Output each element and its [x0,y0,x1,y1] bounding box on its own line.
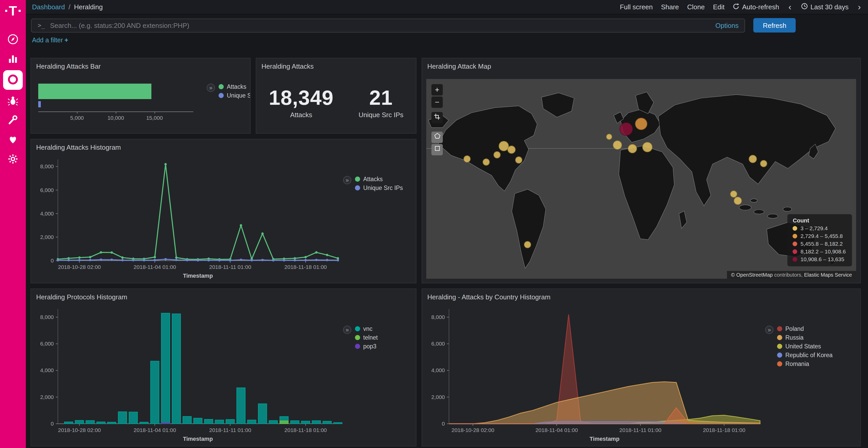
legend-item[interactable]: United States [777,343,833,349]
svg-text:2018-11-11 01:00: 2018-11-11 01:00 [209,264,251,270]
map-marker[interactable] [524,241,531,248]
sidebar-item-bug[interactable] [3,92,23,109]
bug-icon [7,94,19,107]
legend-label: pop3 [363,343,376,349]
zoom-out-button[interactable]: − [431,97,443,108]
legend-dot [219,93,224,98]
refresh-button[interactable]: Refresh [753,18,796,33]
svg-text:2018-10-28 02:00: 2018-10-28 02:00 [452,427,494,433]
legend-label: Poland [785,326,804,332]
zoom-in-button[interactable]: + [431,84,443,96]
map-marker[interactable] [760,160,767,168]
auto-refresh-label: Auto-refresh [742,3,779,11]
legend-item[interactable]: Republic of Korea [777,352,833,358]
svg-text:2018-11-04 01:00: 2018-11-04 01:00 [133,427,176,433]
svg-text:8,000: 8,000 [40,314,54,320]
draw-polygon-button[interactable] [431,132,443,143]
legend-label: Russia [785,335,803,341]
legend-toggle[interactable]: » [765,326,773,334]
sidebar-item-visualize[interactable] [3,50,23,68]
ems-attribution[interactable]: Elastic Maps Service [804,272,852,278]
breadcrumb: Dashboard / Heralding [32,3,103,11]
query-options-link[interactable]: Options [715,22,739,29]
legend-toggle[interactable]: » [343,176,351,184]
legend-label: Attacks [227,83,246,90]
legend-item[interactable]: Attacks [219,83,251,90]
legend-item[interactable]: telnet [355,335,378,341]
breadcrumb-current: Heralding [74,3,102,11]
map-marker[interactable] [606,134,612,140]
legend-item[interactable]: Poland [777,326,833,332]
draw-rectangle-button[interactable] [431,144,443,156]
chart-legend: »vnctelnetpop3 [343,326,378,349]
time-back-button[interactable]: ‹ [787,3,792,11]
legend-label: telnet [363,335,378,341]
map-marker[interactable] [515,156,522,163]
search-input[interactable] [50,22,710,29]
map-legend: Count 3 – 2,729.42,729.4 – 5,455.85,455.… [788,214,852,266]
map-marker[interactable] [628,144,637,153]
sidebar-item-discover[interactable] [3,31,23,48]
share-button[interactable]: Share [661,3,679,11]
legend-toggle[interactable]: » [343,326,351,334]
map-marker[interactable] [463,156,471,163]
rectangle-icon [433,144,441,155]
map-legend-item[interactable]: 3 – 2,729.4 [793,225,846,231]
clone-button[interactable]: Clone [687,3,705,11]
map-marker[interactable] [494,151,501,159]
telekom-logo[interactable]: T [5,4,21,18]
map-legend-item[interactable]: 2,729.4 – 5,455.8 [793,233,846,239]
map-marker[interactable] [507,146,516,154]
legend-toggle[interactable]: » [207,83,215,92]
map-marker[interactable] [643,142,653,152]
hbar-attacks[interactable] [38,83,151,99]
add-filter-link[interactable]: Add a filter+ [32,37,68,44]
map-legend-item[interactable]: 8,182.2 – 10,908.6 [793,248,846,254]
legend-item[interactable]: Russia [777,335,833,341]
breadcrumb-dashboard-link[interactable]: Dashboard [32,3,65,11]
legend-dot [355,176,360,182]
map-attribution: © OpenStreetMap contributors, Elastic Ma… [727,271,856,279]
osm-attribution[interactable]: © OpenStreetMap [731,272,773,278]
sidebar-item-management[interactable] [3,151,23,168]
attacks-histogram-chart[interactable]: 02,0004,0006,0008,0002018-10-28 02:00201… [33,153,343,282]
top-nav: Dashboard / Heralding Full screen Share … [26,0,868,14]
hbar-unique-src-ips[interactable] [38,101,40,107]
sidebar-item-devtools[interactable] [3,111,23,129]
protocols-histogram-chart[interactable]: 02,0004,0006,0008,0002018-10-28 02:00201… [33,303,343,445]
svg-text:4,000: 4,000 [431,367,445,373]
sidebar-item-monitoring[interactable] [3,131,23,149]
country-histogram-chart[interactable]: 02,0004,0006,0008,0002018-10-28 02:00201… [424,303,765,445]
time-range-button[interactable]: Last 30 days [801,3,848,11]
legend-label: Romania [785,361,809,367]
map-legend-item[interactable]: 10,908.6 – 13,635 [793,256,846,262]
time-forward-button[interactable]: › [857,3,862,11]
legend-item[interactable]: Unique Src IPs [355,185,403,191]
map-controls: + − [431,84,443,156]
map-marker[interactable] [749,155,757,163]
polygon-icon [433,132,441,142]
legend-item[interactable]: vnc [355,326,378,332]
attacks-bar-chart[interactable]: 5,00010,00015,000 [38,75,193,127]
panel-title: Heralding Attacks [256,58,416,72]
svg-text:2018-11-18 01:00: 2018-11-18 01:00 [284,427,327,433]
map-marker[interactable] [730,190,737,198]
map-marker[interactable] [613,140,622,149]
fullscreen-button[interactable]: Full screen [620,3,653,11]
panel-protocols-histogram: Heralding Protocols Histogram 02,0004,00… [30,288,416,446]
map-marker[interactable] [619,122,633,136]
map-marker[interactable] [734,197,742,205]
map-marker[interactable] [635,118,647,130]
auto-refresh-button[interactable]: Auto-refresh [733,3,779,11]
map-legend-item[interactable]: 5,455.8 – 8,182.2 [793,241,846,247]
edit-button[interactable]: Edit [713,3,724,11]
world-map[interactable]: + − Count 3 – 2,729.42,729.4 – 5,455.85,… [426,79,856,279]
legend-item[interactable]: Unique Src IPs [219,92,251,99]
sidebar-item-dashboard[interactable] [3,70,23,90]
legend-item[interactable]: Romania [777,361,833,367]
legend-item[interactable]: Attacks [355,176,403,182]
legend-item[interactable]: pop3 [355,343,378,349]
x-tick [77,111,78,113]
fit-bounds-button[interactable] [431,112,443,123]
map-marker[interactable] [483,158,490,165]
